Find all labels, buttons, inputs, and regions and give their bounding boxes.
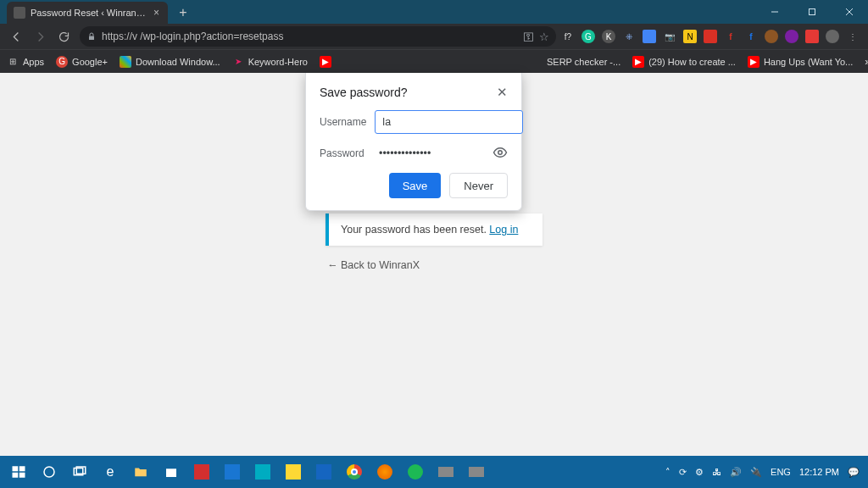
tab-title: Password Reset ‹ WinranX — Wo <box>31 8 148 18</box>
youtube-icon: ▶ <box>320 56 331 68</box>
tray-power-icon[interactable]: 🔌 <box>750 467 762 478</box>
ext-f-icon[interactable]: f <box>724 30 737 43</box>
bookmarks-overflow[interactable]: » <box>865 56 868 68</box>
task-firefox[interactable] <box>370 456 400 488</box>
url-text: https://v /wp-login.php?action=resetpass <box>102 30 518 42</box>
ext-cookie-icon[interactable] <box>765 30 778 43</box>
youtube-icon: ▶ <box>748 56 760 68</box>
task-store[interactable] <box>156 456 186 488</box>
bm-yt1[interactable]: ▶ <box>320 56 331 68</box>
ext-f2-icon[interactable]: f <box>744 30 758 43</box>
window-minimize-button[interactable] <box>756 0 793 24</box>
ext-camera-icon[interactable]: 📷 <box>663 30 676 43</box>
password-label: Password <box>320 147 370 159</box>
youtube-icon: ▶ <box>632 56 644 68</box>
apps-button[interactable]: ⊞Apps <box>7 56 44 68</box>
nav-reload-button[interactable] <box>53 25 75 47</box>
password-value: •••••••••••••• <box>379 142 484 164</box>
reset-text: Your password has been reset. <box>341 224 489 236</box>
svg-point-5 <box>498 150 503 154</box>
page-content: W Your password has been reset. Log in ←… <box>0 73 868 456</box>
bm-label: SERP checker -... <box>547 57 620 67</box>
reveal-password-icon[interactable] <box>492 145 508 163</box>
bm-download[interactable]: Download Window... <box>120 56 220 68</box>
bookmark-star-icon[interactable]: ☆ <box>539 30 549 43</box>
browser-toolbar: https://v /wp-login.php?action=resetpass… <box>0 24 868 49</box>
new-tab-button[interactable]: + <box>173 3 193 23</box>
ext-font-icon[interactable]: f? <box>561 30 575 43</box>
svg-rect-1 <box>810 9 815 15</box>
bookmarks-bar: ⊞Apps GGoogle+ Download Window... ➤Keywo… <box>0 49 868 73</box>
svg-rect-9 <box>19 473 25 478</box>
address-bar[interactable]: https://v /wp-login.php?action=resetpass… <box>80 26 556 47</box>
svg-rect-8 <box>13 473 19 478</box>
ext-red-icon[interactable] <box>805 30 819 43</box>
svg-rect-7 <box>19 466 25 471</box>
task-edge[interactable]: e <box>95 456 125 488</box>
system-tray: ˄ ⟳ ⚙ 🖧 🔊 🔌 ENG 12:12 PM 💬 <box>665 467 865 478</box>
bm-keyword[interactable]: ➤Keyword-Hero <box>232 56 308 68</box>
tray-sync-icon[interactable]: ⟳ <box>679 467 687 478</box>
ext-download-icon[interactable] <box>785 30 798 43</box>
task-app5[interactable] <box>309 456 339 488</box>
tab-close-icon[interactable]: × <box>153 7 159 19</box>
popup-close-icon[interactable]: ✕ <box>497 85 508 100</box>
cortana-button[interactable] <box>34 456 64 488</box>
tray-wifi-icon[interactable]: ⚙ <box>695 467 704 478</box>
task-app4[interactable] <box>278 456 309 488</box>
browser-tab[interactable]: Password Reset ‹ WinranX — Wo × <box>7 2 168 24</box>
task-spotify[interactable] <box>400 456 431 488</box>
bm-label: Download Window... <box>136 57 220 67</box>
ext-box-icon[interactable] <box>704 30 717 43</box>
tray-up-icon[interactable]: ˄ <box>665 467 670 478</box>
task-app7[interactable] <box>461 456 492 488</box>
window-maximize-button[interactable] <box>793 0 831 24</box>
bm-howto[interactable]: ▶(29) How to create ... <box>632 56 736 68</box>
nav-back-button[interactable] <box>5 25 27 47</box>
bm-label: Google+ <box>72 57 108 67</box>
bm-label: Keyword-Hero <box>248 57 308 67</box>
tray-volume-icon[interactable]: 🔊 <box>730 467 742 478</box>
task-app1[interactable] <box>186 456 217 488</box>
ext-grammarly-icon[interactable]: G <box>581 30 595 43</box>
svg-rect-6 <box>13 466 19 471</box>
task-explorer[interactable] <box>125 456 156 488</box>
tray-clock[interactable]: 12:12 PM <box>799 468 839 477</box>
task-app6[interactable] <box>431 456 461 488</box>
gplus-icon: G <box>56 56 68 68</box>
bm-serp[interactable]: SERP checker -... <box>547 57 620 67</box>
task-chrome[interactable] <box>339 456 370 488</box>
username-label: Username <box>320 116 366 128</box>
browser-titlebar: Password Reset ‹ WinranX — Wo × + <box>0 0 868 24</box>
bm-hangups[interactable]: ▶Hang Ups (Want Yo... <box>748 56 853 68</box>
profile-avatar[interactable] <box>826 30 839 43</box>
extensions-row: f? G K ⁜ 📷 N f f ⋮ <box>561 30 863 43</box>
taskview-button[interactable] <box>64 456 95 488</box>
ext-square-icon[interactable] <box>643 30 656 43</box>
username-field[interactable] <box>375 110 523 134</box>
windows-icon <box>120 56 131 68</box>
tray-net-icon[interactable]: 🖧 <box>712 467 721 477</box>
save-button[interactable]: Save <box>389 173 442 198</box>
key-icon[interactable]: ⚿ <box>523 30 534 43</box>
task-app3[interactable] <box>248 456 278 488</box>
tab-favicon <box>14 7 25 19</box>
chrome-menu-icon[interactable]: ⋮ <box>846 30 860 43</box>
bm-google[interactable]: GGoogle+ <box>56 56 108 68</box>
login-link[interactable]: Log in <box>489 224 518 236</box>
task-app2[interactable] <box>217 456 248 488</box>
arrow-icon: ➤ <box>232 56 244 68</box>
popup-title: Save password? <box>320 86 408 99</box>
tray-lang[interactable]: ENG <box>771 467 791 477</box>
start-button[interactable] <box>3 456 34 488</box>
never-button[interactable]: Never <box>449 173 508 198</box>
back-link[interactable]: ← Back to WinranX <box>326 259 542 271</box>
nav-forward-button[interactable] <box>29 25 51 47</box>
save-password-popup: Save password? ✕ Username Password •••••… <box>305 73 522 211</box>
window-close-button[interactable] <box>831 0 868 24</box>
ext-snap-icon[interactable]: ⁜ <box>622 30 636 43</box>
tray-notifications-icon[interactable]: 💬 <box>848 467 860 478</box>
ext-circle-icon[interactable]: K <box>602 30 615 43</box>
ext-n-icon[interactable]: N <box>683 30 697 43</box>
bm-label: Apps <box>23 57 44 67</box>
